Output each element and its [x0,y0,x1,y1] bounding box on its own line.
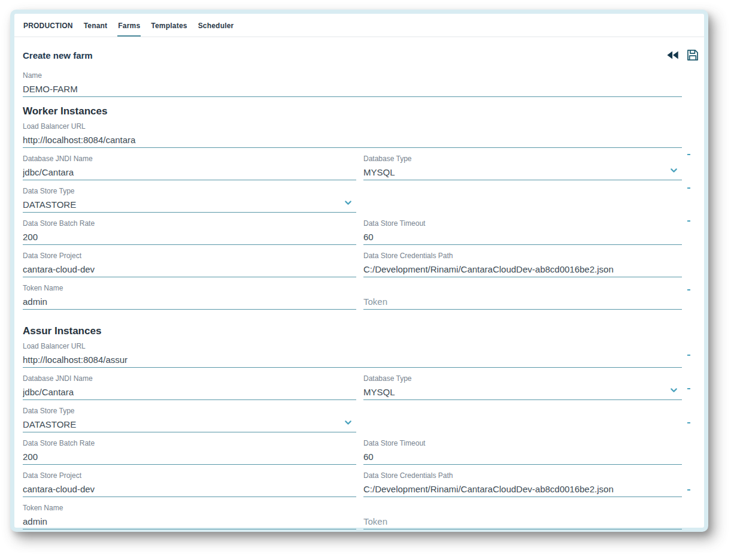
assur-jndi-field: Database JNDI Name [23,375,356,400]
empty-cell [363,407,682,432]
project-label: Data Store Project [23,472,356,480]
batch-rate-label: Data Store Batch Rate [23,440,356,447]
dash-mark [687,422,690,423]
dash-mark [687,220,690,222]
timeout-label: Data Store Timeout [363,440,682,447]
worker-batch-rate-input[interactable] [23,232,356,242]
assur-project-input[interactable] [23,484,356,494]
token-name-label: Token Name [23,504,356,512]
assur-project-field: Data Store Project [23,472,356,497]
save-floppy-icon [686,49,699,62]
tab-tenant[interactable]: Tenant [83,22,108,37]
assur-token-field [363,504,682,529]
ds-type-label: Data Store Type [23,407,356,415]
chevron-down-icon [669,385,679,395]
worker-jndi-field: Database JNDI Name [23,155,356,180]
credentials-label: Data Store Credentials Path [363,252,682,260]
fast-rewind-icon [666,49,680,62]
worker-jndi-input[interactable] [23,167,356,177]
assur-token-name-input[interactable] [23,516,356,526]
worker-credentials-input[interactable] [363,264,682,274]
load-balancer-label: Load Balancer URL [23,123,682,131]
worker-db-type-select[interactable]: Database Type MYSQL [363,155,682,180]
assur-load-balancer-input[interactable] [23,355,682,365]
token-label-slot [363,284,682,292]
worker-token-name-input[interactable] [23,296,356,307]
load-balancer-label: Load Balancer URL [23,343,682,350]
assur-timeout-field: Data Store Timeout [363,440,682,465]
timeout-label: Data Store Timeout [363,220,682,228]
dash-mark [687,187,690,189]
form-content: Create new farm Name [14,49,704,535]
ds-type-value: DATASTORE [23,419,356,429]
worker-ds-type-select[interactable]: Data Store Type DATASTORE [23,187,356,213]
name-input[interactable] [23,84,682,94]
assur-db-type-select[interactable]: Database Type MYSQL [363,375,682,400]
assur-token-name-field: Token Name [23,504,356,529]
tab-templates[interactable]: Templates [150,22,187,37]
chevron-down-icon [343,417,353,428]
db-type-label: Database Type [363,155,682,163]
worker-project-input[interactable] [23,264,356,274]
db-type-value: MYSQL [363,387,682,397]
name-label: Name [23,72,682,80]
assur-batch-rate-field: Data Store Batch Rate [23,440,356,465]
worker-token-field [363,284,682,310]
db-type-value: MYSQL [363,167,682,177]
dash-mark [687,289,690,290]
db-type-label: Database Type [363,375,682,383]
dash-mark [687,489,690,491]
section-title-assur: Assur Instances [23,325,682,337]
token-name-label: Token Name [23,284,356,292]
assur-timeout-input[interactable] [363,452,682,462]
dash-mark [687,154,690,155]
credentials-label: Data Store Credentials Path [363,472,682,480]
assur-ds-type-select[interactable]: Data Store Type DATASTORE [23,407,356,432]
ds-type-value: DATASTORE [23,199,356,210]
worker-token-name-field: Token Name [23,284,356,310]
dash-mark [687,355,690,356]
assur-batch-rate-input[interactable] [23,452,356,462]
section-title-worker: Worker Instances [23,105,682,117]
page-title: Create new farm [23,50,93,60]
tab-bar: PRODUCTION Tenant Farms Templates Schedu… [14,14,704,37]
worker-token-input[interactable] [363,296,682,307]
assur-credentials-field: Data Store Credentials Path [363,472,682,497]
assur-credentials-input[interactable] [363,484,682,494]
tab-scheduler[interactable]: Scheduler [198,22,235,37]
worker-credentials-field: Data Store Credentials Path [363,252,682,277]
token-label-slot [363,504,682,512]
farm-form-card: PRODUCTION Tenant Farms Templates Schedu… [10,10,708,532]
tab-farms[interactable]: Farms [117,22,141,37]
jndi-label: Database JNDI Name [23,375,356,383]
save-button[interactable] [686,49,699,62]
worker-batch-rate-field: Data Store Batch Rate [23,220,356,245]
worker-load-balancer-input[interactable] [23,135,682,145]
worker-load-balancer-field: Load Balancer URL [23,123,682,148]
back-button[interactable] [666,49,680,62]
page-header: Create new farm [23,49,699,61]
project-label: Data Store Project [23,252,356,260]
tab-production[interactable]: PRODUCTION [23,22,74,37]
ds-type-label: Data Store Type [23,187,356,195]
worker-project-field: Data Store Project [23,252,356,277]
dash-mark [687,388,690,389]
worker-timeout-input[interactable] [363,232,682,242]
empty-cell [363,187,682,213]
assur-jndi-input[interactable] [23,387,356,397]
worker-timeout-field: Data Store Timeout [363,220,682,245]
assur-load-balancer-field: Load Balancer URL [23,343,682,368]
chevron-down-icon [669,165,679,175]
name-field: Name [23,72,682,97]
batch-rate-label: Data Store Batch Rate [23,220,356,228]
header-actions [666,49,699,62]
jndi-label: Database JNDI Name [23,155,356,163]
assur-token-input[interactable] [363,516,682,526]
chevron-down-icon [343,198,353,208]
